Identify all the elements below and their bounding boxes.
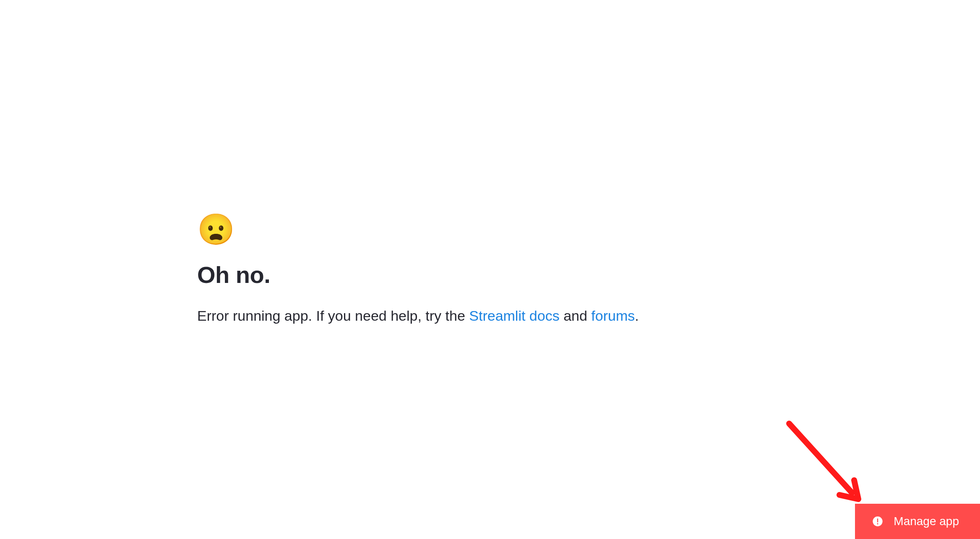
- error-heading: Oh no.: [197, 261, 639, 288]
- alert-icon: [872, 515, 884, 527]
- svg-line-0: [789, 424, 852, 493]
- frowning-face-icon: 😦: [197, 214, 639, 244]
- manage-app-label: Manage app: [894, 515, 959, 528]
- forums-link[interactable]: forums: [591, 308, 635, 324]
- svg-point-3: [877, 523, 878, 524]
- svg-rect-2: [877, 518, 878, 522]
- annotation-arrow-icon: [781, 419, 865, 503]
- error-message-prefix: Error running app. If you need help, try…: [197, 308, 469, 324]
- manage-app-button[interactable]: Manage app: [855, 504, 980, 539]
- error-content: 😦 Oh no. Error running app. If you need …: [197, 214, 639, 327]
- streamlit-docs-link[interactable]: Streamlit docs: [469, 308, 559, 324]
- error-message-mid: and: [560, 308, 592, 324]
- error-message: Error running app. If you need help, try…: [197, 305, 639, 327]
- error-message-suffix: .: [635, 308, 639, 324]
